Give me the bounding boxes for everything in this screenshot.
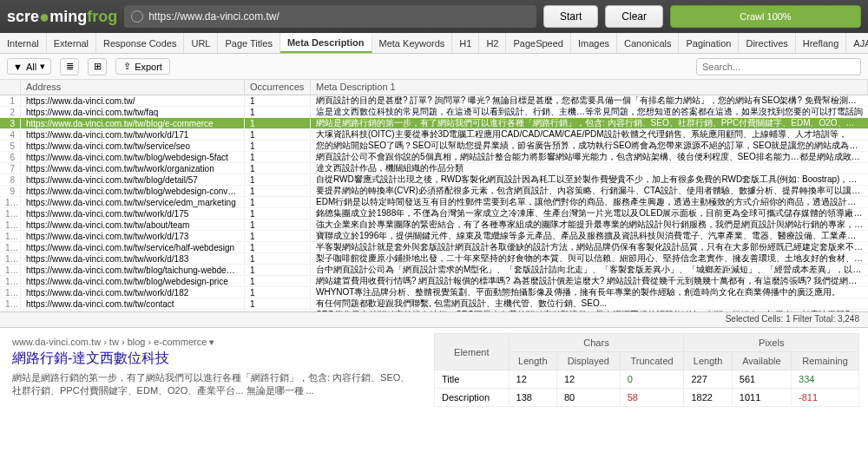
results-grid: Address Occurrences Meta Description 1 1… (0, 80, 868, 312)
status-bar: Selected Cells: 1 Filter Total: 3,248 (0, 312, 868, 328)
filter-dropdown[interactable]: ▼ All ▾ (7, 58, 51, 75)
start-button[interactable]: Start (543, 5, 598, 28)
view-tree-icon[interactable]: ⊞ (88, 58, 107, 75)
crawl-progress: Crawl 100% (670, 5, 861, 28)
col-occurrences[interactable]: Occurrences (245, 80, 311, 95)
tab-response-codes[interactable]: Response Codes (96, 33, 184, 53)
clear-button[interactable]: Clear (605, 5, 663, 28)
metrics-table: Element Chars Pixels LengthDisplayedTrun… (434, 333, 859, 407)
app-logo: scre●mingfrog (7, 7, 117, 27)
preview-description: 網站是網路行銷的第一步，有了網站我們可以進行各種「網路行銷」，包含: 內容行銷、… (12, 371, 413, 398)
main-tabs: InternalExternalResponse CodesURLPage Ti… (0, 33, 868, 54)
col-meta[interactable]: Meta Description 1 (311, 80, 868, 95)
search-input[interactable] (696, 58, 861, 75)
url-input[interactable] (148, 10, 529, 23)
filter-icon: ▼ (13, 62, 23, 72)
export-icon: ⇪ (123, 61, 131, 72)
tab-internal[interactable]: Internal (0, 33, 47, 53)
metrics-row: Description138805818221011-811 (435, 389, 859, 407)
view-list-icon[interactable]: ≣ (60, 58, 79, 75)
serp-preview: www.da-vinci.com.tw › tw › blog › e-comm… (0, 328, 425, 435)
tab-pagination[interactable]: Pagination (679, 33, 739, 53)
tab-ajax[interactable]: AJAX (846, 33, 868, 53)
tab-pagespeed[interactable]: PageSpeed (506, 33, 571, 53)
export-button[interactable]: ⇪ Export (115, 58, 170, 75)
chevron-down-icon: ▾ (40, 61, 45, 72)
globe-icon (131, 10, 143, 23)
tab-external[interactable]: External (47, 33, 96, 53)
col-address[interactable]: Address (21, 80, 245, 95)
metrics-row: Title12120227561334 (435, 370, 859, 389)
preview-title: 網路行銷-達文西數位科技 (12, 350, 413, 368)
tab-h1[interactable]: H1 (452, 33, 479, 53)
tab-meta-keywords[interactable]: Meta Keywords (372, 33, 453, 53)
tab-canonicals[interactable]: Canonicals (617, 33, 679, 53)
tab-page-titles[interactable]: Page Titles (218, 33, 279, 53)
tab-meta-description[interactable]: Meta Description (280, 33, 372, 53)
breadcrumb: www.da-vinci.com.tw › tw › blog › e-comm… (12, 337, 413, 348)
tab-images[interactable]: Images (571, 33, 617, 53)
url-bar[interactable] (124, 5, 536, 28)
tab-directives[interactable]: Directives (739, 33, 795, 53)
tab-hreflang[interactable]: Hreflang (796, 33, 847, 53)
tab-url[interactable]: URL (184, 33, 218, 53)
tab-h2[interactable]: H2 (479, 33, 506, 53)
